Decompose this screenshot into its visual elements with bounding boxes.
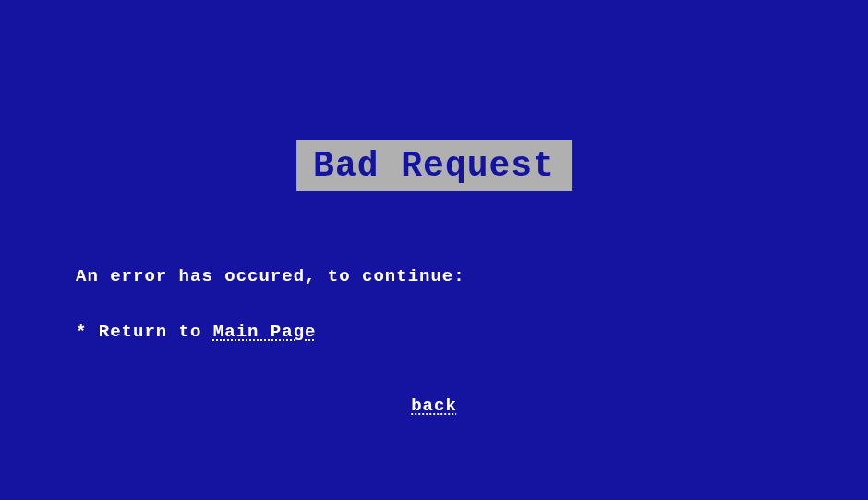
return-prefix: * Return to [76,322,213,342]
error-title: Bad Request [313,146,555,186]
back-line: back [411,396,457,416]
return-line: * Return to Main Page [76,322,316,342]
error-message: An error has occured, to continue: [76,266,465,287]
error-title-band: Bad Request [296,140,572,191]
back-link[interactable]: back [411,396,457,416]
main-page-link[interactable]: Main Page [213,322,317,342]
